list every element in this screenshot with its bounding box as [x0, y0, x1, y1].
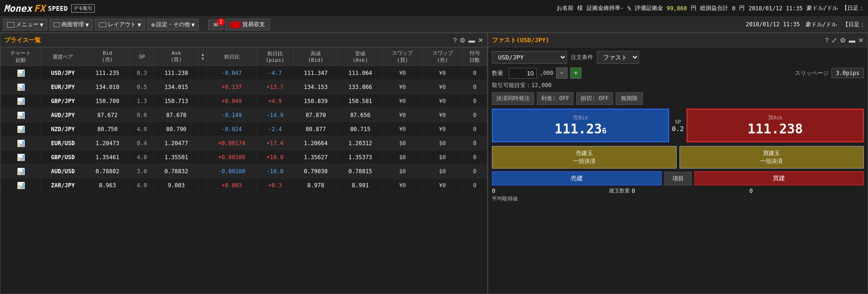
fast-close-button[interactable]: ✕ [858, 37, 864, 44]
flag-button[interactable]: 貿易収支 [225, 19, 270, 30]
profit-button[interactable]: 利食: OFF [537, 92, 574, 105]
layout-label: レイアウト [108, 21, 136, 29]
table-row[interactable]: 📊 NZD/JPY 80.750 4.0 80.790 -0.024 -2.4 … [1, 122, 487, 136]
trade-buttons: 売Bid 111.236 SP 0.2 買Ask 111.238 [492, 109, 864, 142]
chart-icon[interactable]: 📊 [17, 83, 25, 91]
sp-cell: 0.3 [130, 66, 154, 80]
qty-input[interactable] [509, 68, 537, 79]
prev-diff-pips-cell: -10.0 [257, 164, 294, 178]
days-cell: 0 [462, 122, 487, 136]
chart-cell[interactable]: 📊 [1, 108, 41, 122]
order-type-select[interactable]: ファスト [597, 51, 639, 64]
col-sort-arrows[interactable]: ▲▼ [198, 48, 207, 66]
eval-label: 評価証拠金 [635, 4, 663, 12]
chart-cell[interactable]: 📊 [1, 164, 41, 178]
fast-expand-button[interactable]: ⤢ [831, 37, 837, 44]
buy-ask-price: 111.238 [694, 121, 856, 137]
ask-cell: 80.790 [154, 122, 198, 136]
buy-pos-value: 0 [749, 188, 753, 194]
chart-cell[interactable]: 📊 [1, 136, 41, 150]
sort-cell [198, 66, 207, 80]
fast-panel-header: ファスト(USD/JPY) ? ⤢ ⚙ ▬ ✕ [488, 33, 868, 47]
chart-cell[interactable]: 📊 [1, 178, 41, 192]
swap-buy-cell: $0 [383, 150, 423, 164]
menu-button[interactable]: メニュー ▼ [3, 19, 47, 30]
chart-cell[interactable]: 📊 [1, 94, 41, 108]
qty-minus-button[interactable]: － [556, 67, 567, 79]
period: 【日足； [842, 4, 864, 12]
table-row[interactable]: 📊 GBP/JPY 150.700 1.3 150.713 +0.049 +4.… [1, 94, 487, 108]
sell-build-button[interactable]: 売建玉 一括決済 [492, 146, 677, 169]
unlimited-button[interactable]: 無期限 [616, 92, 643, 105]
buy-trade-button[interactable]: 買建 [694, 171, 864, 185]
table-row[interactable]: 📊 EUR/JPY 134.010 0.5 134.015 +0.137 +13… [1, 80, 487, 94]
qty-plus-button[interactable]: ＋ [570, 67, 581, 79]
chart-icon[interactable]: 📊 [17, 182, 25, 189]
fast-settings-button[interactable]: ⚙ [840, 37, 846, 44]
item-button[interactable]: 項目 [664, 172, 692, 185]
prev-diff-cell: -0.00100 [207, 164, 257, 178]
swap-sell-cell: $0 [423, 136, 462, 150]
chart-cell[interactable]: 📊 [1, 80, 41, 94]
demo-badge[interactable]: デモ取引 [71, 4, 95, 13]
high-cell: 134.153 [294, 80, 338, 94]
chart-icon[interactable]: 📊 [17, 168, 25, 175]
bid-cell: 80.750 [85, 122, 130, 136]
table-row[interactable]: 📊 AUD/JPY 87.672 0.6 87.678 -0.149 -14.9… [1, 108, 487, 122]
sell-pos-value: 0 [492, 188, 495, 194]
chart-icon[interactable]: 📊 [17, 97, 25, 105]
days-cell: 0 [462, 94, 487, 108]
swap-buy-cell: ¥0 [383, 80, 423, 94]
chart-icon[interactable]: 📊 [17, 69, 25, 77]
chart-cell[interactable]: 📊 [1, 150, 41, 164]
days-cell: 0 [462, 178, 487, 192]
screen-label: 画面管理 [61, 21, 84, 29]
price-close-button[interactable]: ✕ [478, 37, 483, 44]
swap-buy-cell: ¥0 [383, 108, 423, 122]
chart-icon[interactable]: 📊 [17, 111, 25, 119]
price-settings-button[interactable]: ⚙ [460, 37, 466, 44]
prev-diff-pips-cell: -2.4 [257, 122, 294, 136]
avg-label: 平均取得値 [492, 196, 518, 202]
fast-help-button[interactable]: ? [825, 37, 829, 44]
table-row[interactable]: 📊 ZAR/JPY 8.963 4.0 9.003 +0.003 +0.3 8.… [1, 178, 487, 192]
sort-cell [198, 80, 207, 94]
table-row[interactable]: 📊 GBP/USD 1.35461 4.0 1.35501 +0.00100 +… [1, 150, 487, 164]
chart-icon[interactable]: 📊 [17, 140, 25, 147]
ask-cell: 150.713 [154, 94, 198, 108]
sell-bid-button[interactable]: 売Bid 111.236 [492, 109, 669, 142]
currency-select[interactable]: USD/JPY EUR/JPY GBP/JPY [492, 51, 567, 64]
buy-ask-button[interactable]: 買Ask 111.238 [687, 109, 864, 142]
sort-cell [198, 164, 207, 178]
screen-button[interactable]: 画面管理 ▼ [49, 19, 93, 30]
pair-cell: USD/JPY [41, 66, 85, 80]
table-row[interactable]: 📊 EUR/USD 1.20473 0.4 1.20477 +0.00174 +… [1, 136, 487, 150]
prev-diff-pips-cell: +17.4 [257, 136, 294, 150]
chart-cell[interactable]: 📊 [1, 66, 41, 80]
chart-icon[interactable]: 📊 [17, 154, 25, 161]
logo-monex: Monex [4, 3, 32, 14]
eval-value: 99,860 [667, 5, 687, 12]
table-row[interactable]: 📊 USD/JPY 111.235 0.3 111.238 -0.047 -4.… [1, 66, 487, 80]
settings-button[interactable]: ⚙ 設定・その他 ▼ [147, 19, 199, 30]
loss-button[interactable]: 損切: OFF [576, 92, 613, 105]
chart-icon[interactable]: 📊 [17, 125, 25, 133]
price-help-button[interactable]: ? [453, 37, 457, 44]
low-cell: 111.064 [338, 66, 383, 80]
sell-trade-button[interactable]: 売建 [492, 171, 662, 185]
fast-minimize-button[interactable]: ▬ [849, 37, 855, 44]
price-panel-title: プライス一覧 [4, 36, 41, 44]
buy-build-button[interactable]: 買建玉 一括決済 [679, 146, 864, 169]
table-row[interactable]: 📊 AUD/USD 0.78802 3.0 0.78832 -0.00100 -… [1, 164, 487, 178]
china-flag-icon [230, 22, 241, 28]
layout-button[interactable]: レイアウト ▼ [95, 19, 145, 30]
order-condition-label: 注文条件 [571, 53, 593, 61]
chart-cell[interactable]: 📊 [1, 122, 41, 136]
sort-cell [198, 94, 207, 108]
pair-cell: EUR/USD [41, 136, 85, 150]
pair-cell: AUD/USD [41, 164, 85, 178]
prev-diff-cell: +0.049 [207, 94, 257, 108]
price-minimize-button[interactable]: ▬ [468, 37, 475, 44]
days-cell: 0 [462, 108, 487, 122]
notification-button[interactable]: ✉ 2 [208, 20, 223, 30]
